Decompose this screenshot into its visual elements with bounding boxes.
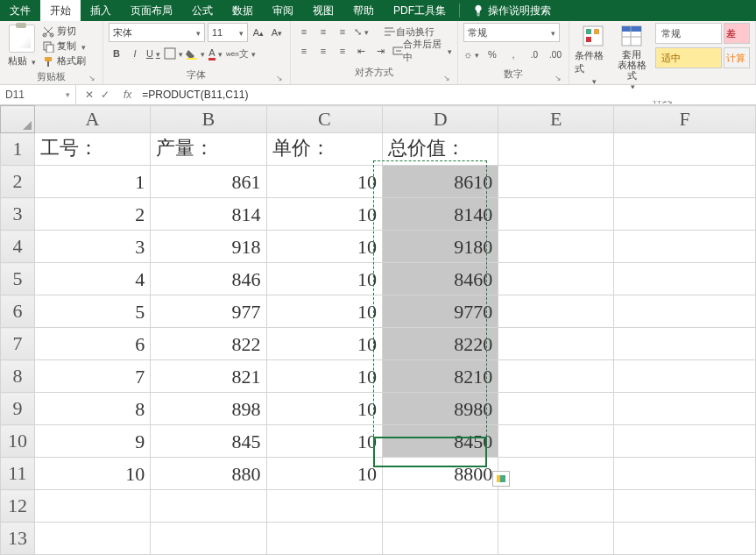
cell-D10[interactable]: 8450 <box>382 425 498 458</box>
cell-A8[interactable]: 7 <box>34 360 150 393</box>
row-header[interactable]: 11 <box>1 458 35 490</box>
cell-B7[interactable]: 822 <box>151 328 266 360</box>
cell-E5[interactable] <box>498 263 614 295</box>
cell-A10[interactable]: 9 <box>34 425 150 458</box>
spreadsheet-grid[interactable]: ABCDEF1工号：产量：单价：总价值：21861108610328141081… <box>0 105 756 555</box>
cell-A13[interactable] <box>34 523 150 555</box>
cell-D12[interactable] <box>382 490 498 523</box>
align-center-button[interactable]: ≡ <box>315 42 331 60</box>
cell-C4[interactable]: 10 <box>266 231 382 263</box>
cell-D11[interactable]: 8800 <box>382 458 498 490</box>
format-painter-button[interactable]: 格式刷 <box>42 54 86 68</box>
cell-D2[interactable]: 8610 <box>382 166 498 198</box>
tab-view[interactable]: 视图 <box>303 0 343 21</box>
cell-E11[interactable] <box>498 458 614 490</box>
cell-E10[interactable] <box>498 425 614 458</box>
conditional-format-button[interactable]: 条件格式 <box>575 23 611 91</box>
name-box[interactable]: D11▾ <box>0 85 76 104</box>
cell-F10[interactable] <box>614 425 756 458</box>
row-header[interactable]: 5 <box>1 263 35 295</box>
number-launcher[interactable]: ↘ <box>555 74 562 82</box>
cell-A11[interactable]: 10 <box>34 458 150 490</box>
cell-E3[interactable] <box>498 198 614 231</box>
worksheet-area[interactable]: ABCDEF1工号：产量：单价：总价值：21861108610328141081… <box>0 105 756 555</box>
cell-B6[interactable]: 977 <box>151 295 266 328</box>
column-header-B[interactable]: B <box>151 106 266 133</box>
cell-F4[interactable] <box>614 231 756 263</box>
cell-E12[interactable] <box>498 490 614 523</box>
increase-indent-button[interactable]: ⇥ <box>373 42 389 60</box>
comma-format-button[interactable]: , <box>505 46 521 63</box>
accounting-format-button[interactable]: ☼ <box>463 46 479 63</box>
cell-B11[interactable]: 880 <box>151 458 266 490</box>
row-header[interactable]: 6 <box>1 295 35 328</box>
bold-button[interactable]: B <box>109 45 124 62</box>
enter-formula-button[interactable]: ✓ <box>101 89 110 101</box>
cell-C7[interactable]: 10 <box>266 328 382 360</box>
cell-B5[interactable]: 846 <box>151 263 266 295</box>
clipboard-launcher[interactable]: ↘ <box>88 74 95 82</box>
tab-pdf[interactable]: PDF工具集 <box>384 0 456 21</box>
cell-D4[interactable]: 9180 <box>382 231 498 263</box>
cell-F3[interactable] <box>614 198 756 231</box>
cell-B10[interactable]: 845 <box>151 425 266 458</box>
paste-options-smarttag[interactable] <box>492 471 510 487</box>
cell-B12[interactable] <box>151 490 266 523</box>
cell-B4[interactable]: 918 <box>151 231 266 263</box>
column-header-A[interactable]: A <box>34 106 150 133</box>
row-header[interactable]: 9 <box>1 393 35 425</box>
cell-F2[interactable] <box>614 166 756 198</box>
tab-home[interactable]: 开始 <box>40 0 81 21</box>
cell-D6[interactable]: 9770 <box>382 295 498 328</box>
increase-decimal-button[interactable]: .0 <box>526 46 542 63</box>
cell-F11[interactable] <box>614 458 756 490</box>
cell-D9[interactable]: 8980 <box>382 393 498 425</box>
cell-D5[interactable]: 8460 <box>382 263 498 295</box>
cell-C3[interactable]: 10 <box>266 198 382 231</box>
format-as-table-button[interactable]: 套用 表格格式 <box>613 23 650 91</box>
cell-E8[interactable] <box>498 360 614 393</box>
cell-B8[interactable]: 821 <box>151 360 266 393</box>
cancel-formula-button[interactable]: ✕ <box>85 89 94 101</box>
italic-button[interactable]: I <box>127 45 143 62</box>
font-color-button[interactable]: A <box>208 45 223 62</box>
cell-D13[interactable] <box>382 523 498 555</box>
cell-F13[interactable] <box>614 523 756 555</box>
cell-A12[interactable] <box>34 490 150 523</box>
cell-C11[interactable]: 10 <box>266 458 382 490</box>
row-header[interactable]: 7 <box>1 328 35 360</box>
cell-A5[interactable]: 4 <box>34 263 150 295</box>
tab-layout[interactable]: 页面布局 <box>121 0 182 21</box>
style-neutral[interactable]: 适中 <box>655 47 722 68</box>
cell-A7[interactable]: 6 <box>34 328 150 360</box>
tab-help[interactable]: 帮助 <box>343 0 384 21</box>
fx-icon[interactable]: fx <box>118 89 137 101</box>
cell-F8[interactable] <box>614 360 756 393</box>
tab-file[interactable]: 文件 <box>0 0 40 21</box>
row-header[interactable]: 10 <box>1 425 35 458</box>
cell-D8[interactable]: 8210 <box>382 360 498 393</box>
fill-color-button[interactable] <box>186 45 205 62</box>
alignment-launcher[interactable]: ↘ <box>443 74 450 82</box>
font-launcher[interactable]: ↘ <box>276 74 283 82</box>
align-top-button[interactable]: ≡ <box>296 23 312 40</box>
cell-D1[interactable]: 总价值： <box>382 133 498 166</box>
cell-F12[interactable] <box>614 490 756 523</box>
cell-E13[interactable] <box>498 523 614 555</box>
column-header-C[interactable]: C <box>266 106 382 133</box>
select-all-corner[interactable] <box>1 106 35 133</box>
tab-review[interactable]: 审阅 <box>263 0 303 21</box>
cell-B9[interactable]: 898 <box>151 393 266 425</box>
row-header[interactable]: 4 <box>1 231 35 263</box>
align-right-button[interactable]: ≡ <box>335 42 350 60</box>
cell-C5[interactable]: 10 <box>266 263 382 295</box>
underline-button[interactable]: U <box>145 45 161 62</box>
cell-E1[interactable] <box>498 133 614 166</box>
tell-me-search[interactable]: 操作说明搜索 <box>463 4 560 18</box>
merge-center-button[interactable]: 合并后居中 <box>392 42 452 60</box>
cell-A4[interactable]: 3 <box>34 231 150 263</box>
cell-E9[interactable] <box>498 393 614 425</box>
cell-A2[interactable]: 1 <box>34 166 150 198</box>
cell-D7[interactable]: 8220 <box>382 328 498 360</box>
cell-B3[interactable]: 814 <box>151 198 266 231</box>
